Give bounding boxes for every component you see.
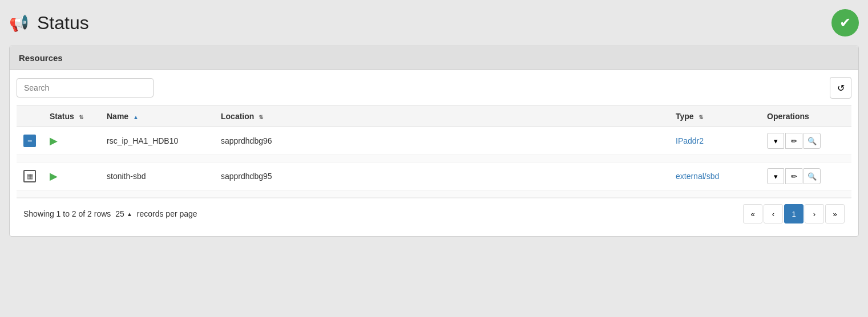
name-cell-2: stonith-sbd xyxy=(100,162,214,190)
prev-icon: ‹ xyxy=(772,210,774,218)
pagination-row: Showing 1 to 2 of 2 rows 25 ▲ records pe… xyxy=(17,198,851,229)
page-1-label: 1 xyxy=(792,210,796,218)
dropdown-icon-2: ▾ xyxy=(774,172,778,181)
megaphone-icon: 📢 xyxy=(9,14,29,32)
ops-cell-1: ▾ ✏ 🔍 xyxy=(760,127,851,155)
pagination-controls: « ‹ 1 › » xyxy=(743,204,845,223)
name-cell-1: rsc_ip_HA1_HDB10 xyxy=(100,127,214,155)
status-ok-icon: ✔ xyxy=(831,9,859,36)
col-status[interactable]: Status ⇅ xyxy=(43,106,100,127)
expand-button-1[interactable]: − xyxy=(23,135,36,147)
minus-icon: − xyxy=(27,136,32,145)
page-1-button[interactable]: 1 xyxy=(784,204,804,223)
panel-body: ↺ Status ⇅ Name ▲ Location xyxy=(10,70,858,236)
panel-title: Resources xyxy=(10,46,858,70)
play-icon-2: ▶ xyxy=(50,170,58,182)
next-page-button[interactable]: › xyxy=(805,204,824,223)
prev-page-button[interactable]: ‹ xyxy=(764,204,783,223)
col-location[interactable]: Location ⇅ xyxy=(214,106,669,127)
status-cell-1: ▶ xyxy=(43,127,100,155)
search-button-1[interactable]: 🔍 xyxy=(804,133,821,149)
first-icon: « xyxy=(750,210,754,218)
sub-row-content-1 xyxy=(17,155,851,162)
expand-cell-2: ▦ xyxy=(17,162,43,190)
ops-group-1: ▾ ✏ 🔍 xyxy=(767,133,845,149)
next-icon: › xyxy=(813,210,815,218)
search-input[interactable] xyxy=(17,78,154,97)
location-cell-2: sapprdhdbg95 xyxy=(214,162,669,190)
table-row: ▦ ▶ stonith-sbd sapprdhdbg95 external/sb… xyxy=(17,162,851,190)
edit-icon-2: ✏ xyxy=(791,172,797,181)
checkmark-icon: ✔ xyxy=(839,15,851,31)
records-per-page[interactable]: 25 ▲ xyxy=(115,209,132,218)
expand-cell-1: − xyxy=(17,127,43,155)
resources-panel: Resources ↺ Status ⇅ Name ▲ xyxy=(9,46,859,237)
last-icon: » xyxy=(833,210,837,218)
sort-icon-name: ▲ xyxy=(133,114,139,120)
records-per-page-value: 25 xyxy=(115,209,124,218)
showing-text: Showing 1 to 2 of 2 rows xyxy=(23,209,111,218)
table-body: − ▶ rsc_ip_HA1_HDB10 sapprdhdbg96 IPaddr… xyxy=(17,127,851,198)
title-group: 📢 Status xyxy=(9,13,89,34)
dropdown-button-1[interactable]: ▾ xyxy=(767,133,784,149)
type-cell-2: external/sbd xyxy=(669,162,760,190)
col-name[interactable]: Name ▲ xyxy=(100,106,214,127)
search-icon-2: 🔍 xyxy=(808,172,817,181)
play-icon-1: ▶ xyxy=(50,135,58,147)
ops-group-2: ▾ ✏ 🔍 xyxy=(767,168,845,184)
search-button-2[interactable]: 🔍 xyxy=(804,168,821,184)
refresh-button[interactable]: ↺ xyxy=(830,77,851,99)
status-cell-2: ▶ xyxy=(43,162,100,190)
first-page-button[interactable]: « xyxy=(743,204,762,223)
sort-icon-location: ⇅ xyxy=(259,114,263,120)
caret-up-icon: ▲ xyxy=(127,211,132,217)
sort-icon-status: ⇅ xyxy=(79,114,83,120)
dropdown-icon: ▾ xyxy=(774,137,778,145)
resources-table: Status ⇅ Name ▲ Location ⇅ Type ⇅ xyxy=(17,105,851,198)
edit-button-1[interactable]: ✏ xyxy=(785,133,802,149)
refresh-icon: ↺ xyxy=(837,83,845,94)
col-type[interactable]: Type ⇅ xyxy=(669,106,760,127)
sort-icon-type: ⇅ xyxy=(699,114,703,120)
type-cell-1: IPaddr2 xyxy=(669,127,760,155)
table-row: − ▶ rsc_ip_HA1_HDB10 sapprdhdbg96 IPaddr… xyxy=(17,127,851,155)
records-label: records per page xyxy=(137,209,197,218)
page-header: 📢 Status ✔ xyxy=(9,9,859,36)
grid-icon: ▦ xyxy=(27,172,33,180)
table-header: Status ⇅ Name ▲ Location ⇅ Type ⇅ xyxy=(17,106,851,127)
last-page-button[interactable]: » xyxy=(825,204,845,223)
toolbar: ↺ xyxy=(17,77,851,99)
ops-cell-2: ▾ ✏ 🔍 xyxy=(760,162,851,190)
col-expand xyxy=(17,106,43,127)
sub-row-content-2 xyxy=(17,190,851,198)
pagination-info: Showing 1 to 2 of 2 rows 25 ▲ records pe… xyxy=(23,209,197,218)
edit-button-2[interactable]: ✏ xyxy=(785,168,802,184)
dropdown-button-2[interactable]: ▾ xyxy=(767,168,784,184)
type-link-2[interactable]: external/sbd xyxy=(676,172,719,181)
expand-button-2[interactable]: ▦ xyxy=(23,170,36,182)
page-title: Status xyxy=(37,13,89,34)
search-icon-1: 🔍 xyxy=(808,137,817,145)
edit-icon: ✏ xyxy=(791,137,797,145)
type-link-1[interactable]: IPaddr2 xyxy=(676,136,704,145)
sub-row-1 xyxy=(17,155,851,162)
col-operations: Operations xyxy=(760,106,851,127)
sub-row-2 xyxy=(17,190,851,198)
location-cell-1: sapprdhdbg96 xyxy=(214,127,669,155)
